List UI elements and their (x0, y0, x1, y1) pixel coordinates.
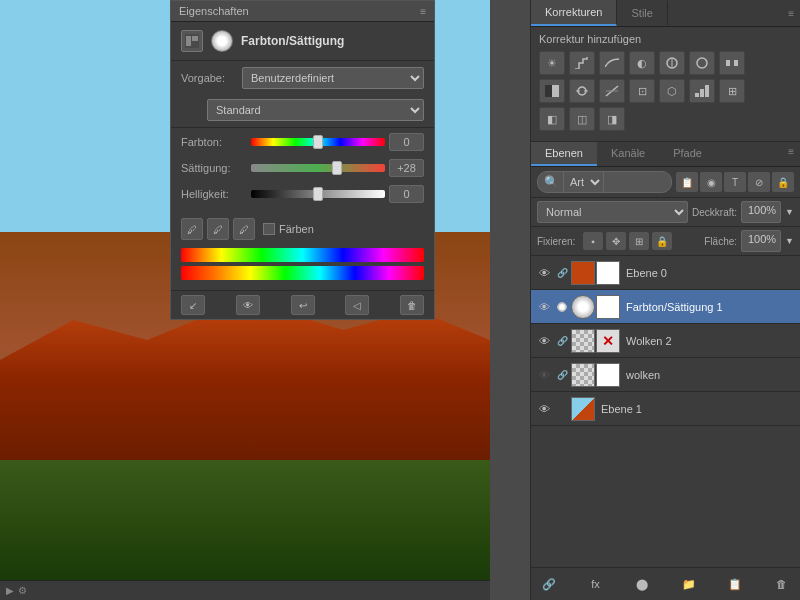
korrektur-icon-gradient[interactable]: ◧ (539, 107, 565, 131)
footer-btn-reset[interactable]: ↩ (291, 295, 315, 315)
fixieren-icon-move[interactable]: ✥ (606, 232, 626, 250)
korrektur-icon-channelmix[interactable] (599, 79, 625, 103)
footer-btn-delete-layer[interactable]: 🗑 (770, 573, 794, 595)
deckkraft-arrow[interactable]: ▼ (785, 207, 794, 217)
layer-item-ebene0[interactable]: 👁 🔗 Ebene 0 (531, 256, 800, 290)
korrektur-icon-vibrance[interactable] (659, 51, 685, 75)
layers-list: 👁 🔗 Ebene 0 👁 Farbton/Sättigung 1 👁 🔗 (531, 256, 800, 567)
layer-filter-icon-3[interactable]: T (724, 172, 746, 192)
farbton-value[interactable]: 0 (389, 133, 424, 151)
layer-filter-icon-1[interactable]: 📋 (676, 172, 698, 192)
svg-rect-16 (705, 85, 709, 97)
korrektur-icon-levels[interactable] (569, 51, 595, 75)
footer-btn-new-layer[interactable]: 📋 (723, 573, 747, 595)
panel-menu-btn[interactable]: ≡ (782, 4, 800, 23)
layer-filter-icon-5[interactable]: 🔒 (772, 172, 794, 192)
svg-rect-5 (726, 60, 730, 66)
korrektur-icons-row-2: ⊡ ⬡ ⊞ (539, 79, 792, 103)
hue-sat-title: Farbton/Sättigung (241, 34, 344, 48)
ebenen-panel-menu-btn[interactable]: ≡ (782, 142, 800, 166)
sattigung-value[interactable]: +28 (389, 159, 424, 177)
svg-rect-14 (695, 93, 699, 97)
fixieren-icon-lock[interactable]: 🔒 (652, 232, 672, 250)
helligkeit-value[interactable]: 0 (389, 185, 424, 203)
deckkraft-value[interactable]: 100% (741, 201, 781, 223)
fixieren-icon-artboard[interactable]: ⊞ (629, 232, 649, 250)
vorgabe-select[interactable]: Benutzerdefiniert (242, 67, 424, 89)
korrektur-icon-bw[interactable] (539, 79, 565, 103)
korrektur-title: Korrektur hinzufügen (539, 33, 792, 45)
sattigung-track[interactable] (251, 164, 385, 172)
korrektur-icon-shadows[interactable]: ◨ (599, 107, 625, 131)
korrektur-icon-selective[interactable]: ◫ (569, 107, 595, 131)
sattigung-thumb[interactable] (332, 161, 342, 175)
fixieren-row: Fixieren: ▪ ✥ ⊞ 🔒 Fläche: 100% ▼ (531, 227, 800, 256)
korrektur-icon-posterize[interactable] (689, 79, 715, 103)
korrektur-section: Korrektur hinzufügen ☀ ◐ (531, 27, 800, 142)
color-bar-result (181, 266, 424, 280)
farbton-track[interactable] (251, 138, 385, 146)
korrektur-icon-huesat[interactable] (689, 51, 715, 75)
layer-visibility-ebene1[interactable]: 👁 (535, 400, 553, 418)
eyedropper-btn-2[interactable]: 🖊 (207, 218, 229, 240)
vorgabe-row: Vorgabe: Benutzerdefiniert (171, 61, 434, 95)
farben-checkbox[interactable] (263, 223, 275, 235)
layer-filter-icon-2[interactable]: ◉ (700, 172, 722, 192)
korrektur-icon-curves[interactable] (599, 51, 625, 75)
korrektur-icon-exposure[interactable]: ◐ (629, 51, 655, 75)
svg-rect-2 (192, 36, 198, 41)
layer-name-wolken2: Wolken 2 (623, 335, 796, 347)
svg-rect-8 (552, 85, 559, 97)
footer-btn-group[interactable]: 📁 (677, 573, 701, 595)
layer-visibility-wolken2[interactable]: 👁 (535, 332, 553, 350)
farbton-thumb[interactable] (313, 135, 323, 149)
right-panel: Korrekturen Stile ≡ Korrektur hinzufügen… (530, 0, 800, 600)
flache-value[interactable]: 100% (741, 230, 781, 252)
tab-stile[interactable]: Stile (617, 1, 667, 25)
svg-rect-15 (700, 89, 704, 97)
search-icon: 🔍 (544, 175, 559, 189)
layer-visibility-huesat1[interactable]: 👁 (535, 298, 553, 316)
korrektur-icon-invert[interactable]: ⬡ (659, 79, 685, 103)
layer-item-ebene1[interactable]: 👁 Ebene 1 (531, 392, 800, 426)
svg-rect-6 (734, 60, 738, 66)
eyedropper-btn-1[interactable]: 🖊 (181, 218, 203, 240)
tab-korrekturen[interactable]: Korrekturen (531, 0, 617, 26)
tab-pfade[interactable]: Pfade (659, 142, 716, 166)
search-box: 🔍 Art (537, 171, 672, 193)
ebenen-controls: 🔍 Art 📋 ◉ T ⊘ 🔒 (531, 167, 800, 198)
standard-select[interactable]: Standard (207, 99, 424, 121)
korrektur-icons-row-3: ◧ ◫ ◨ (539, 107, 792, 131)
footer-btn-delete[interactable]: 🗑 (400, 295, 424, 315)
blend-mode-select[interactable]: Normal (537, 201, 688, 223)
korrektur-icon-colorlookup[interactable]: ⊡ (629, 79, 655, 103)
helligkeit-thumb[interactable] (313, 187, 323, 201)
korrektur-icon-threshold[interactable]: ⊞ (719, 79, 745, 103)
footer-btn-new-fill[interactable]: ⬤ (630, 573, 654, 595)
layer-item-wolken[interactable]: 👁 🔗 wolken (531, 358, 800, 392)
tab-ebenen[interactable]: Ebenen (531, 142, 597, 166)
helligkeit-track[interactable] (251, 190, 385, 198)
layer-item-wolken2[interactable]: 👁 🔗 Wolken 2 (531, 324, 800, 358)
layer-filter-icon-4[interactable]: ⊘ (748, 172, 770, 192)
footer-btn-prev[interactable]: ◁ (345, 295, 369, 315)
korrektur-icon-colorbalance[interactable] (719, 51, 745, 75)
helligkeit-label: Helligkeit: (181, 188, 251, 200)
fixieren-icon-pixel[interactable]: ▪ (583, 232, 603, 250)
panel-close-btn[interactable]: ≡ (420, 6, 426, 17)
layer-item-huesat1[interactable]: 👁 Farbton/Sättigung 1 (531, 290, 800, 324)
tab-kanale[interactable]: Kanäle (597, 142, 659, 166)
footer-btn-link[interactable]: 🔗 (537, 573, 561, 595)
layer-visibility-wolken[interactable]: 👁 (535, 366, 553, 384)
korrektur-icon-photofilter[interactable] (569, 79, 595, 103)
farbton-row: Farbton: 0 (181, 132, 424, 152)
flache-arrow[interactable]: ▼ (785, 236, 794, 246)
footer-btn-fx[interactable]: fx (584, 573, 608, 595)
footer-btn-eye[interactable]: 👁 (236, 295, 260, 315)
layer-type-select[interactable]: Art (563, 171, 604, 193)
layer-visibility-ebene0[interactable]: 👁 (535, 264, 553, 282)
korrektur-icon-brightness[interactable]: ☀ (539, 51, 565, 75)
footer-btn-clip[interactable]: ↙ (181, 295, 205, 315)
farben-checkbox-label[interactable]: Färben (263, 223, 314, 235)
eyedropper-btn-3[interactable]: 🖊 (233, 218, 255, 240)
